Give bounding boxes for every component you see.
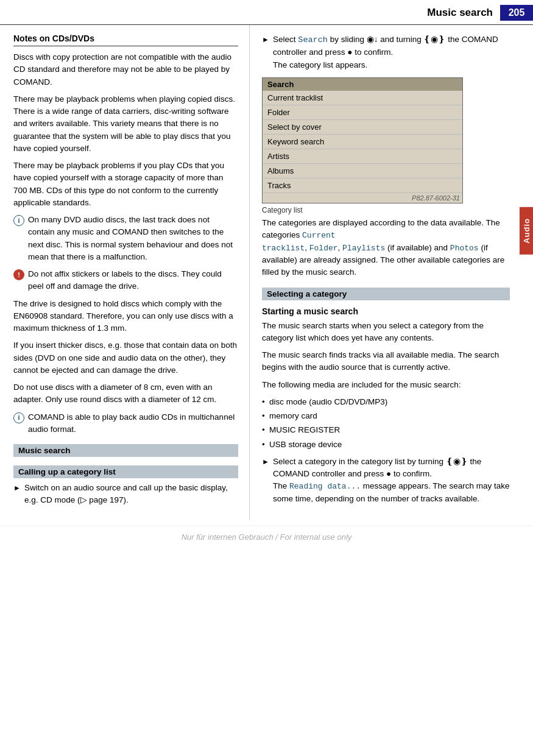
bullet-4: USB storage device: [262, 439, 510, 451]
main-content: Notes on CDs/DVDs Discs with copy protec…: [0, 25, 533, 520]
step2b-text: The category list appears.: [273, 60, 367, 69]
ss-item-2: Folder: [263, 105, 462, 120]
warn-block-1: ! Do not affix stickers or labels to the…: [13, 268, 238, 293]
warn-text-1: Do not affix stickers or labels to the d…: [28, 268, 238, 293]
category-desc: The categories are displayed according t…: [262, 217, 510, 279]
notes-para6: Do not use discs with a diameter of 8 cm…: [13, 381, 238, 406]
notes-para1: Discs with copy protection are not compa…: [13, 51, 238, 88]
step2-text: Select Search by sliding ◉↓ and turning …: [273, 34, 510, 71]
cat-name-2: Folder: [309, 244, 338, 253]
step1-text: Switch on an audio source and call up th…: [24, 482, 238, 507]
info-block-1: i On many DVD audio discs, the last trac…: [13, 214, 238, 263]
ss-header: Search: [263, 78, 462, 91]
step2-arrow: ►: [262, 34, 270, 71]
page-number: 205: [500, 5, 533, 21]
info-block-2: i COMAND is able to play back audio CDs …: [13, 411, 238, 436]
cat-desc-1: The categories are displayed according t…: [262, 218, 500, 239]
bullet-3: MUSIC REGISTER: [262, 424, 510, 436]
info-text-1: On many DVD audio discs, the last track …: [28, 214, 238, 263]
ss-code: P82.87-6002-31: [263, 193, 462, 203]
notes-para2: There may be playback problems when play…: [13, 93, 238, 155]
info-icon-1: i: [13, 215, 24, 226]
step3-item: ► Select a category in the category list…: [262, 456, 510, 505]
notes-para4: The drive is designed to hold discs whic…: [13, 298, 238, 335]
info-icon-2: i: [13, 412, 24, 423]
calling-up-bar: Calling up a category list: [13, 465, 238, 478]
media-list: disc mode (audio CD/DVD/MP3) memory card…: [262, 396, 510, 451]
screenshot-caption: Category list: [262, 206, 510, 214]
audio-tab: Audio: [520, 207, 533, 255]
ss-item-7: Tracks: [263, 178, 462, 193]
starting-p3: The following media are included for the…: [262, 379, 510, 391]
ss-item-3: Select by cover: [263, 120, 462, 135]
bullet-2: memory card: [262, 410, 510, 422]
header-title: Music search: [427, 7, 493, 19]
cat-name-3: Playlists: [342, 244, 385, 253]
ss-item-4: Keyword search: [263, 135, 462, 149]
warn-icon-1: !: [13, 269, 24, 280]
page-header: Music search 205: [0, 0, 533, 25]
ss-item-6: Albums: [263, 164, 462, 178]
starting-p2: The music search finds tracks via all av…: [262, 349, 510, 374]
search-screenshot: Search Current tracklist Folder Select b…: [262, 77, 463, 203]
right-column: ► Select Search by sliding ◉↓ and turnin…: [250, 25, 520, 520]
notes-heading: Notes on CDs/DVDs: [13, 34, 238, 46]
starting-p1: The music search starts when you select …: [262, 320, 510, 345]
step1-item: ► Switch on an audio source and call up …: [13, 482, 238, 507]
cat-desc-2: (if available) and: [387, 243, 450, 252]
step2-item: ► Select Search by sliding ◉↓ and turnin…: [262, 34, 510, 71]
info-text-2: COMAND is able to play back audio CDs in…: [28, 411, 238, 436]
left-column: Notes on CDs/DVDs Discs with copy protec…: [0, 25, 250, 520]
step3-text: Select a category in the category list b…: [273, 456, 510, 505]
cat-name-4: Photos: [450, 244, 479, 253]
starting-heading: Starting a music search: [262, 306, 510, 316]
notes-para5: If you insert thicker discs, e.g. those …: [13, 339, 238, 376]
bullet-1: disc mode (audio CD/DVD/MP3): [262, 396, 510, 408]
step3-arrow: ►: [262, 456, 270, 505]
music-search-bar: Music search: [13, 444, 238, 457]
reading-data-text: Reading data...: [289, 482, 361, 491]
notes-para3: There may be playback problems if you pl…: [13, 160, 238, 209]
selecting-bar: Selecting a category: [262, 288, 510, 300]
ss-item-1: Current tracklist: [263, 91, 462, 105]
footer-watermark: Nur für internen Gebrauch / For internal…: [0, 526, 533, 545]
ss-item-5: Artists: [263, 149, 462, 164]
step1-arrow: ►: [13, 482, 22, 507]
